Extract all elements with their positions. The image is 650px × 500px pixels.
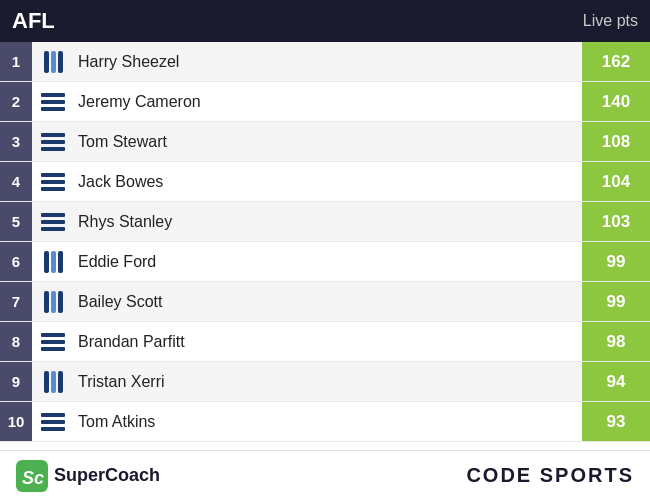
table-row: 8 Brandan Parfitt98 (0, 322, 650, 362)
supercoach-label: SuperCoach (54, 465, 160, 486)
player-score: 140 (582, 82, 650, 121)
team-icon (32, 371, 74, 393)
player-rank: 8 (0, 322, 32, 361)
code-sports-label: CODE SPORTS (466, 464, 634, 487)
split-icon (44, 371, 63, 393)
player-score: 93 (582, 402, 650, 441)
player-name: Rhys Stanley (74, 213, 582, 231)
team-icon (32, 251, 74, 273)
player-name: Brandan Parfitt (74, 333, 582, 351)
player-name: Eddie Ford (74, 253, 582, 271)
team-icon (32, 413, 74, 431)
player-name: Harry Sheezel (74, 53, 582, 71)
table-row: 9 Tristan Xerri94 (0, 362, 650, 402)
split-icon (44, 251, 63, 273)
table-row: 1 Harry Sheezel162 (0, 42, 650, 82)
player-rank: 3 (0, 122, 32, 161)
player-rank: 2 (0, 82, 32, 121)
player-name: Tom Stewart (74, 133, 582, 151)
team-icon (32, 133, 74, 151)
player-score: 94 (582, 362, 650, 401)
stripes-icon (41, 133, 65, 151)
table-row: 3 Tom Stewart108 (0, 122, 650, 162)
player-score: 99 (582, 282, 650, 321)
stripes-icon (41, 413, 65, 431)
team-icon (32, 333, 74, 351)
player-score: 103 (582, 202, 650, 241)
team-icon (32, 93, 74, 111)
player-score: 99 (582, 242, 650, 281)
stripes-icon (41, 173, 65, 191)
sc-badge-icon: Sc (16, 460, 48, 492)
team-icon (32, 51, 74, 73)
footer: Sc SuperCoach CODE SPORTS (0, 450, 650, 500)
table-row: 6 Eddie Ford99 (0, 242, 650, 282)
player-name: Tom Atkins (74, 413, 582, 431)
table-row: 4 Jack Bowes104 (0, 162, 650, 202)
player-score: 98 (582, 322, 650, 361)
player-score: 108 (582, 122, 650, 161)
supercoach-logo: Sc SuperCoach (16, 460, 160, 492)
player-score: 162 (582, 42, 650, 81)
team-icon (32, 213, 74, 231)
player-rank: 10 (0, 402, 32, 441)
header: AFL Live pts (0, 0, 650, 42)
player-rank: 5 (0, 202, 32, 241)
table-row: 5 Rhys Stanley103 (0, 202, 650, 242)
player-name: Jack Bowes (74, 173, 582, 191)
pts-label: Live pts (583, 12, 638, 30)
player-rank: 9 (0, 362, 32, 401)
stripes-icon (41, 93, 65, 111)
main-container: AFL Live pts 1 Harry Sheezel1622 Jeremy … (0, 0, 650, 500)
player-name: Bailey Scott (74, 293, 582, 311)
table-row: 7 Bailey Scott99 (0, 282, 650, 322)
team-icon (32, 291, 74, 313)
stripes-icon (41, 333, 65, 351)
split-icon (44, 51, 63, 73)
stripes-icon (41, 213, 65, 231)
player-score: 104 (582, 162, 650, 201)
player-rank: 6 (0, 242, 32, 281)
split-icon (44, 291, 63, 313)
league-title: AFL (12, 8, 55, 34)
player-name: Tristan Xerri (74, 373, 582, 391)
player-rank: 1 (0, 42, 32, 81)
table-row: 10 Tom Atkins93 (0, 402, 650, 442)
team-icon (32, 173, 74, 191)
player-rank: 4 (0, 162, 32, 201)
player-rank: 7 (0, 282, 32, 321)
player-list: 1 Harry Sheezel1622 Jeremy Cameron1403 T… (0, 42, 650, 450)
table-row: 2 Jeremy Cameron140 (0, 82, 650, 122)
svg-text:Sc: Sc (22, 468, 44, 488)
player-name: Jeremy Cameron (74, 93, 582, 111)
